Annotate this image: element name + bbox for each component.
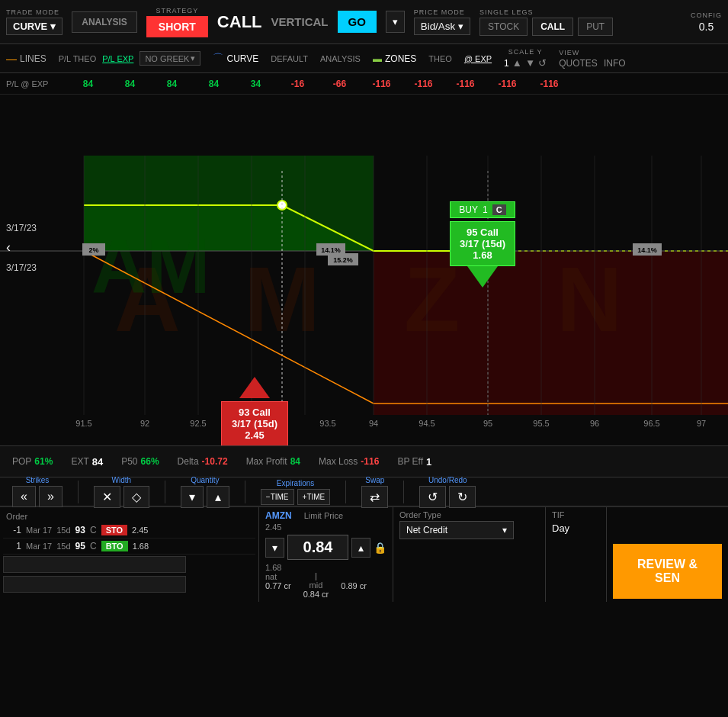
sell-line2: 3/17 (15d) <box>231 418 278 429</box>
view-buttons: QUOTES INFO <box>559 58 625 69</box>
p50-value: 66% <box>141 456 159 467</box>
config-section: CONFIG 0.5 <box>691 11 722 33</box>
order-input-1[interactable] <box>3 556 186 573</box>
pl-exp-button[interactable]: P/L EXP <box>102 54 133 63</box>
vertical-button[interactable]: VERTICAL <box>271 15 329 28</box>
limit-down-button[interactable]: ▾ <box>265 538 284 558</box>
order-type-select[interactable]: Net Credit ▾ <box>399 521 514 539</box>
width-section: Width ✕ ◇ <box>94 476 149 508</box>
analysis-button[interactable]: ANALYSIS <box>72 11 137 33</box>
scale-refresh-button[interactable]: ↺ <box>538 57 547 69</box>
divider-2 <box>165 481 165 503</box>
hi-value: 0.89 cr <box>341 581 367 590</box>
width-collapse-button[interactable]: ✕ <box>94 486 120 508</box>
order-date-1: Mar 17 <box>26 526 52 535</box>
time-plus-button[interactable]: +TIME <box>297 489 331 505</box>
call-leg-button[interactable]: CALL <box>532 18 573 36</box>
view-label: VIEW <box>559 49 625 56</box>
short-button[interactable]: SHORT <box>146 16 208 37</box>
undo-button[interactable]: ↺ <box>419 486 446 508</box>
pl-label: P/L @ EXP <box>6 79 67 88</box>
order-dte-2: 15d <box>56 542 70 551</box>
strikes-dec-dec-button[interactable]: « <box>12 486 36 507</box>
svg-text:15.2%: 15.2% <box>333 256 353 264</box>
go-button[interactable]: GO <box>338 11 377 33</box>
quantity-up-button[interactable]: ▴ <box>207 486 229 508</box>
arrow-left[interactable]: ‹ <box>6 240 11 256</box>
max-profit-label: Max Profit <box>246 456 287 467</box>
svg-text:92.5: 92.5 <box>190 419 206 428</box>
tif-area: TIF Day <box>546 507 607 602</box>
buy-tooltip-box: 95 Call 3/17 (15d) 1.68 <box>450 221 515 266</box>
tif-label: TIF <box>552 510 600 519</box>
svg-text:2%: 2% <box>88 246 98 254</box>
pop-stat: POP 61% <box>12 456 53 467</box>
width-expand-button[interactable]: ◇ <box>123 486 149 508</box>
svg-text:94.5: 94.5 <box>419 419 435 428</box>
pl-val-9: -116 <box>444 79 486 89</box>
scale-y-section: SCALE Y 1 ▲ ▼ ↺ <box>504 48 547 69</box>
limit-price-label: Limit Price <box>304 511 343 520</box>
info-button[interactable]: INFO <box>604 58 626 69</box>
sell-tooltip-box: 93 Call 3/17 (15d) 2.45 <box>221 401 288 445</box>
theo-button[interactable]: THEO <box>428 54 452 63</box>
strikes-buttons: « » <box>12 486 63 507</box>
chevron-down-icon: ▾ <box>50 21 56 32</box>
max-profit-value: 84 <box>290 456 300 467</box>
svg-text:96: 96 <box>590 419 599 428</box>
lock-icon: 🔒 <box>374 542 386 554</box>
quantity-buttons: ▾ ▴ <box>181 486 229 508</box>
bp-eff-label: BP Eff <box>397 456 423 467</box>
tooltip-sell[interactable]: 93 Call 3/17 (15d) 2.45 SELL -1 C <box>221 377 288 445</box>
call-button[interactable]: CALL <box>217 12 262 32</box>
scale-value: 1 <box>504 58 509 69</box>
review-area: REVIEW & SEN <box>607 507 728 602</box>
strikes-inc-inc-button[interactable]: » <box>39 486 63 507</box>
single-legs-section: SINGLE LEGS STOCK CALL PUT <box>479 8 613 36</box>
strategy-label: STRATEGY <box>156 7 198 14</box>
time-minus-button[interactable]: −TIME <box>261 489 294 505</box>
delta-label: Delta <box>178 456 199 467</box>
max-loss-value: -116 <box>361 456 379 467</box>
price-mode-label: PRICE MODE <box>414 8 470 16</box>
trade-mode-section: TRADE MODE CURVE ▾ <box>6 8 63 35</box>
bp-eff-value: 1 <box>426 456 431 468</box>
max-profit-stat: Max Profit 84 <box>246 456 300 467</box>
review-send-button[interactable]: REVIEW & SEN <box>613 544 722 599</box>
zones-icon: ▬ <box>373 53 382 64</box>
nat-section: nat 0.77 cr <box>265 572 291 599</box>
no-greek-label: NO GREEK <box>145 54 189 63</box>
swap-button[interactable]: ⇄ <box>361 486 388 508</box>
stock-button[interactable]: STOCK <box>479 18 528 36</box>
lines-label: LINES <box>20 53 47 64</box>
buy-arrow-down <box>467 266 498 288</box>
default-button[interactable]: DEFAULT <box>271 54 308 63</box>
redo-button[interactable]: ↻ <box>449 486 476 508</box>
curve-icon: ⌒ <box>213 52 223 66</box>
tooltip-buy[interactable]: BUY 1 C 95 Call 3/17 (15d) 1.68 <box>450 201 515 288</box>
limit-price-area: AMZN Limit Price 2.45 ▾ 0.84 ▴ 🔒 1.68 na… <box>259 507 393 602</box>
bid-ask-dropdown[interactable]: Bid/Ask ▾ <box>414 18 470 35</box>
order-header: Order <box>3 510 255 522</box>
order-input-2[interactable] <box>3 576 186 593</box>
pl-val-5: -16 <box>277 79 319 89</box>
quantity-down-button[interactable]: ▾ <box>181 486 204 508</box>
ext-stat: EXT 84 <box>71 456 103 468</box>
quotes-button[interactable]: QUOTES <box>559 58 598 69</box>
nat-value: 0.77 cr <box>265 581 291 590</box>
chart-svg: A M Z N AM 91.5 <box>0 95 728 445</box>
top-bar: TRADE MODE CURVE ▾ ANALYSIS STRATEGY SHO… <box>0 0 728 44</box>
analysis-tab-button[interactable]: ANALYSIS <box>320 54 361 63</box>
scale-down-button[interactable]: ▼ <box>525 57 535 69</box>
limit-up-button[interactable]: ▴ <box>351 538 370 558</box>
go-dropdown-arrow[interactable]: ▾ <box>386 11 405 33</box>
curve-dropdown[interactable]: CURVE ▾ <box>6 18 63 35</box>
scale-up-button[interactable]: ▲ <box>512 57 522 69</box>
svg-text:92: 92 <box>140 419 149 428</box>
pl-theo-button[interactable]: P/L THEO <box>59 54 97 63</box>
no-greek-button[interactable]: NO GREEK ▾ <box>140 51 200 66</box>
pop-value: 61% <box>34 456 53 467</box>
at-exp-button[interactable]: @ EXP <box>464 54 492 63</box>
put-button[interactable]: PUT <box>578 18 613 36</box>
order-type-2: C <box>90 541 97 551</box>
